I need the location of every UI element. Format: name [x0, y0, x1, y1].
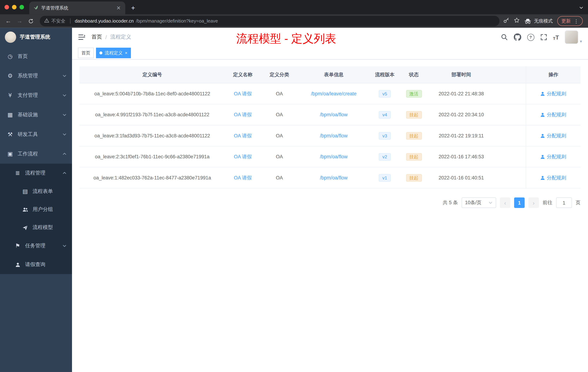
version-badge: v5 [378, 90, 391, 97]
definition-name-link[interactable]: OA 请假 [234, 174, 252, 181]
spacer [495, 104, 526, 125]
column-header: 定义分类 [261, 66, 298, 83]
sidebar-item-infrastructure[interactable]: ▦ 基础设施 [0, 105, 72, 125]
new-tab-button[interactable]: + [128, 3, 138, 13]
font-size-icon[interactable]: TT [553, 34, 559, 40]
sidebar-item-label: 流程管理 [25, 170, 58, 176]
sidebar-item-leave-query[interactable]: 请假查询 [0, 255, 72, 274]
definition-id: oa_leave:4:991f2193-7b7f-11ec-a3c8-acde4… [79, 104, 225, 125]
assign-rule-button[interactable]: 分配规则 [540, 174, 566, 181]
status-badge: 挂起 [406, 132, 422, 139]
assign-rule-button[interactable]: 分配规则 [540, 132, 566, 139]
breadcrumb-current: 流程定义 [110, 34, 131, 41]
deploy-time: 2022-01-16 17:46:53 [428, 146, 495, 167]
tab-close-icon[interactable]: ✕ [116, 5, 121, 11]
form-link[interactable]: /bpm/oa/leave/create [311, 91, 356, 97]
user-menu[interactable]: ▾ [565, 30, 582, 44]
chevron-down-icon [62, 113, 67, 117]
assign-rule-button[interactable]: 分配规则 [540, 90, 566, 97]
sidebar-item-workflow[interactable]: ▣ 工作流程 [0, 144, 72, 164]
sidebar-item-system[interactable]: ⚙ 系统管理 [0, 66, 72, 86]
table-row: oa_leave:2:3c1f0ef1-76b1-11ec-9c66-a2380… [79, 146, 580, 167]
tags-view-bar: 首页 流程定义 × [72, 47, 588, 60]
definition-category: OA [261, 167, 298, 188]
form-link[interactable]: /bpm/oa/flow [320, 154, 348, 160]
column-header: 定义编号 [79, 66, 225, 83]
definition-id: oa_leave:1:482ec033-762a-11ec-8477-a2380… [79, 167, 225, 188]
sidebar-item-user-group[interactable]: 用户分组 [0, 200, 72, 219]
tools-icon: ⚒ [7, 131, 13, 138]
grid-icon: ▦ [7, 111, 13, 118]
document-icon: ▤ [22, 188, 29, 195]
forward-button[interactable]: → [14, 16, 25, 26]
app-window: 芋道管理系统 ◷ 首页 ⚙ 系统管理 ¥ 支付管理 ▦ 基础设施 [0, 28, 588, 372]
page-size-select[interactable]: 10条/页 [462, 197, 496, 208]
breadcrumb-home[interactable]: 首页 [92, 34, 102, 41]
sidebar-item-label: 研发工具 [18, 131, 58, 138]
goto-unit: 页 [576, 199, 580, 206]
tab-title: 芋道管理系统 [41, 5, 113, 11]
definition-id: oa_leave:2:3c1f0ef1-76b1-11ec-9c66-a2380… [79, 146, 225, 167]
goto-label: 前往 [543, 199, 552, 206]
sidebar-item-payment[interactable]: ¥ 支付管理 [0, 86, 72, 105]
assign-rule-button[interactable]: 分配规则 [540, 153, 566, 160]
sidebar-item-label: 流程模型 [32, 224, 67, 231]
form-link[interactable]: /bpm/oa/flow [320, 133, 348, 139]
pagination: 共 5 条 10条/页 ‹ 1 › 前往 页 [79, 197, 580, 208]
definition-name-link[interactable]: OA 请假 [234, 153, 252, 160]
nav-right-cluster: 无痕模式 更新 ⋮ [503, 16, 585, 26]
chevron-up-icon [62, 171, 67, 175]
page-number-1[interactable]: 1 [514, 197, 525, 208]
reload-button[interactable] [25, 16, 36, 26]
deploy-time: 2022-01-16 01:40:51 [428, 167, 495, 188]
sidebar-item-process-management[interactable]: ≣ 流程管理 [0, 164, 72, 182]
goto-page-input[interactable] [556, 197, 572, 208]
sidebar-item-label: 支付管理 [18, 92, 58, 99]
browser-tab[interactable]: 芋道管理系统 ✕ [29, 1, 125, 14]
tag-close-icon[interactable]: × [125, 50, 127, 55]
search-icon[interactable] [501, 34, 508, 41]
window-controls [0, 0, 29, 14]
hamburger-icon[interactable] [78, 34, 85, 41]
minimize-window-button[interactable] [12, 5, 17, 10]
tag-process-definition[interactable]: 流程定义 × [96, 48, 131, 58]
kebab-menu-icon[interactable]: ⋮ [574, 18, 579, 24]
definition-name-link[interactable]: OA 请假 [234, 132, 252, 139]
sidebar-item-devtools[interactable]: ⚒ 研发工具 [0, 125, 72, 144]
tag-home[interactable]: 首页 [78, 48, 94, 58]
spacer [495, 146, 526, 167]
zoom-window-button[interactable] [20, 5, 24, 10]
password-key-icon[interactable] [503, 17, 509, 25]
sidebar-brand[interactable]: 芋道管理系统 [0, 28, 72, 47]
form-link[interactable]: /bpm/oa/flow [320, 175, 348, 181]
close-window-button[interactable] [5, 5, 9, 10]
next-page-button[interactable]: › [528, 197, 539, 208]
help-icon[interactable]: ? [527, 34, 534, 41]
definition-name-link[interactable]: OA 请假 [234, 90, 252, 97]
url-bar[interactable]: 不安全 dashboard.yudao.iocoder.cn/bpm/manag… [40, 16, 500, 26]
fullscreen-icon[interactable] [540, 34, 547, 41]
sidebar-item-process-form[interactable]: ▤ 流程表单 [0, 182, 72, 200]
prev-page-button[interactable]: ‹ [500, 197, 510, 208]
sidebar-item-process-model[interactable]: 流程模型 [0, 219, 72, 236]
github-icon[interactable] [514, 33, 521, 41]
table-row: oa_leave:4:991f2193-7b7f-11ec-a3c8-acde4… [79, 104, 580, 125]
definition-id: oa_leave:3:1fad3d93-7b75-11ec-a3c8-acde4… [79, 125, 225, 146]
column-header: 部署时间 [428, 66, 495, 83]
status-badge: 挂起 [406, 174, 422, 181]
breadcrumb-separator: / [105, 34, 107, 40]
update-menu-button[interactable]: 更新 ⋮ [557, 16, 583, 26]
sidebar-item-home[interactable]: ◷ 首页 [0, 47, 72, 66]
sidebar-item-task-management[interactable]: ⚑ 任务管理 [0, 236, 72, 255]
bookmark-star-icon[interactable] [514, 17, 520, 25]
form-link[interactable]: /bpm/oa/flow [320, 112, 348, 118]
chevron-down-icon [488, 200, 493, 205]
sidebar-item-label: 工作流程 [18, 151, 58, 157]
definition-name-link[interactable]: OA 请假 [234, 111, 252, 118]
sidebar-item-label: 用户分组 [32, 206, 67, 213]
tab-search-chevron-icon[interactable] [579, 5, 584, 12]
back-button[interactable]: ← [3, 16, 14, 26]
flag-icon: ⚑ [14, 242, 21, 249]
assign-rule-button[interactable]: 分配规则 [540, 111, 566, 118]
deploy-time: 2022-01-22 21:48:38 [428, 83, 495, 104]
